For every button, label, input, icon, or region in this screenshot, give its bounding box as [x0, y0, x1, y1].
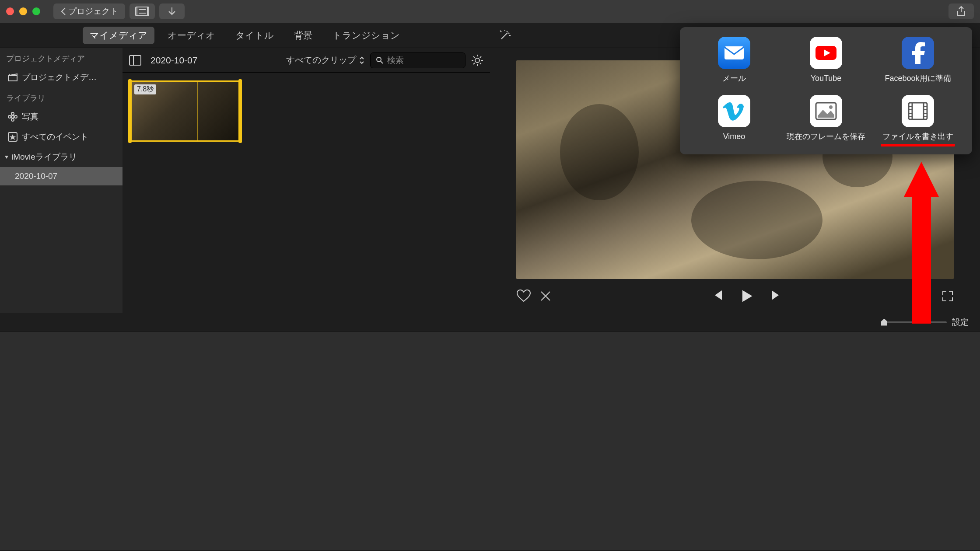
timeline-area: 設定: [0, 313, 980, 550]
search-input[interactable]: 検索: [370, 52, 466, 68]
share-label: Vimeo: [723, 132, 746, 142]
flower-icon: [8, 112, 18, 122]
svg-rect-0: [136, 7, 149, 16]
timeline-track-area[interactable]: [0, 331, 980, 550]
sidebar-event-item[interactable]: 2020-10-07: [0, 167, 122, 185]
window-controls: [6, 7, 40, 15]
video-clip[interactable]: 7.8秒: [130, 80, 240, 142]
image-frame-icon: [810, 95, 842, 127]
svg-rect-11: [130, 56, 141, 65]
svg-point-12: [377, 57, 381, 62]
sidebar-item-photos[interactable]: 写真: [0, 107, 122, 127]
star-icon: [8, 132, 18, 142]
svg-rect-4: [8, 76, 17, 81]
next-icon[interactable]: [770, 289, 783, 302]
sidebar-event-label: 2020-10-07: [15, 171, 57, 181]
share-button[interactable]: [948, 3, 974, 19]
svg-point-8: [8, 115, 11, 118]
browser-title: 2020-10-07: [150, 55, 197, 66]
share-icon: [956, 6, 966, 17]
svg-point-5: [11, 115, 14, 118]
share-label: Facebook用に準備: [885, 73, 951, 84]
panel-toggle-icon[interactable]: [129, 54, 142, 67]
share-option-vimeo[interactable]: Vimeo: [690, 95, 778, 146]
youtube-icon: [810, 37, 842, 69]
sidebar-item-project-media[interactable]: プロジェクトメデ…: [0, 67, 122, 87]
svg-point-9: [14, 115, 17, 118]
search-icon: [376, 56, 384, 64]
share-label: ファイルを書き出す: [881, 132, 955, 142]
play-icon[interactable]: [739, 289, 754, 303]
share-label: 現在のフレームを保存: [787, 132, 865, 142]
viewer-controls: [490, 285, 980, 303]
prev-icon[interactable]: [710, 289, 724, 302]
sidebar-item-all-events[interactable]: すべてのイベント: [0, 127, 122, 147]
share-option-facebook[interactable]: Facebook用に準備: [874, 37, 962, 84]
disclosure-triangle-icon: [4, 154, 10, 160]
tab-audio[interactable]: オーディオ: [161, 27, 222, 44]
titlebar: プロジェクト: [0, 0, 980, 23]
tab-backgrounds[interactable]: 背景: [287, 27, 319, 44]
timeline-settings-button[interactable]: 設定: [952, 317, 969, 328]
annotation-underline: [881, 144, 955, 146]
clip-segment-divider: [197, 82, 198, 140]
timeline-toolbar: 設定: [0, 313, 980, 331]
browser-toolbar: 2020-10-07 すべてのクリップ 検索: [122, 48, 490, 73]
media-tabs: マイメディア オーディオ タイトル 背景 トランジション: [0, 27, 489, 44]
mail-icon: [718, 37, 750, 69]
sidebar-label: iMovieライブラリ: [11, 151, 77, 163]
updown-chevron-icon: [359, 56, 365, 65]
download-arrow-icon: [168, 7, 176, 16]
share-option-save-frame[interactable]: 現在のフレームを保存: [782, 95, 870, 146]
media-layout-button[interactable]: [130, 3, 155, 19]
sidebar-imovie-library[interactable]: iMovieライブラリ: [0, 147, 122, 167]
share-popover: メール YouTube Facebook用に準備 Vimeo 現在のフレームを保…: [680, 27, 972, 154]
share-label: メール: [722, 73, 746, 84]
import-button[interactable]: [159, 3, 185, 19]
magic-wand-icon[interactable]: [499, 29, 511, 42]
maximize-window-button[interactable]: [32, 7, 40, 15]
clips-grid: 7.8秒: [122, 73, 490, 150]
project-media-header: プロジェクトメディア: [0, 48, 122, 67]
gear-icon[interactable]: [471, 54, 484, 67]
playback-controls: [560, 289, 934, 303]
minimize-window-button[interactable]: [19, 7, 27, 15]
library-sidebar: プロジェクトメディア プロジェクトメデ… ライブラリ 写真 すべてのイベント i…: [0, 48, 122, 313]
fullscreen-icon[interactable]: [942, 290, 954, 302]
svg-rect-14: [724, 46, 744, 59]
svg-point-17: [829, 105, 833, 109]
sidebar-label: すべてのイベント: [22, 131, 88, 143]
share-label: YouTube: [811, 73, 842, 84]
back-label: プロジェクト: [68, 6, 118, 17]
search-placeholder: 検索: [387, 55, 404, 66]
sidebar-label: プロジェクトメデ…: [22, 72, 97, 83]
film-file-icon: [902, 95, 934, 127]
library-header: ライブラリ: [0, 87, 122, 107]
filmstrip-icon: [135, 7, 149, 16]
clip-filter-dropdown[interactable]: すべてのクリップ: [286, 54, 365, 66]
zoom-thumb[interactable]: [881, 319, 887, 326]
svg-point-13: [475, 58, 480, 63]
clip-duration-badge: 7.8秒: [134, 84, 156, 94]
svg-point-7: [11, 119, 14, 121]
back-to-projects-button[interactable]: プロジェクト: [53, 3, 125, 19]
reject-icon[interactable]: [539, 289, 552, 303]
share-option-youtube[interactable]: YouTube: [782, 37, 870, 84]
zoom-controls: 設定: [881, 317, 969, 328]
sidebar-label: 写真: [22, 111, 38, 122]
filter-label: すべてのクリップ: [286, 54, 356, 66]
tab-my-media[interactable]: マイメディア: [83, 27, 154, 44]
share-options-grid: メール YouTube Facebook用に準備 Vimeo 現在のフレームを保…: [690, 37, 962, 146]
svg-point-6: [11, 112, 14, 115]
clip-browser: 2020-10-07 すべてのクリップ 検索 7.8秒: [122, 48, 490, 313]
facebook-icon: [902, 37, 934, 69]
zoom-slider[interactable]: [881, 321, 947, 323]
tab-transitions[interactable]: トランジション: [326, 27, 407, 44]
share-option-export-file[interactable]: ファイルを書き出す: [874, 95, 962, 146]
clapperboard-icon: [8, 73, 18, 81]
tab-titles[interactable]: タイトル: [228, 27, 281, 44]
favorite-icon[interactable]: [516, 289, 531, 303]
share-option-mail[interactable]: メール: [690, 37, 778, 84]
close-window-button[interactable]: [6, 7, 14, 15]
vimeo-icon: [718, 95, 750, 127]
